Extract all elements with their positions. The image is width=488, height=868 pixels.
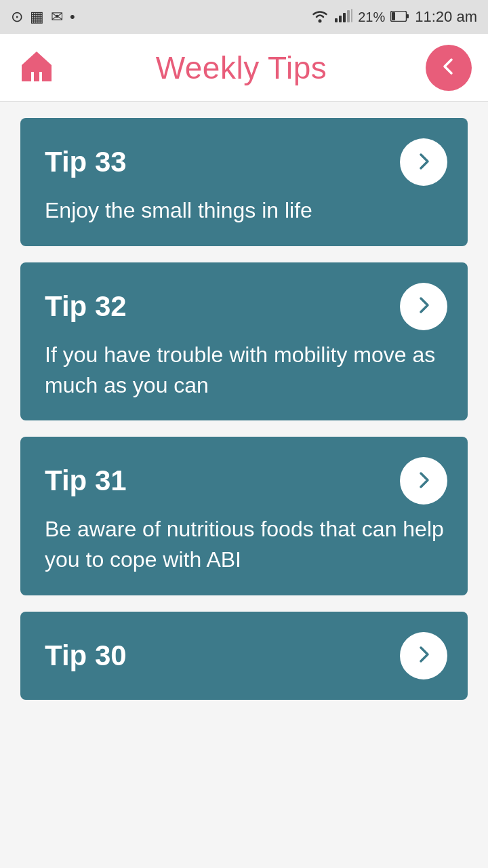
android-icon: ⊙: [11, 8, 23, 26]
tip-32-description: If you have trouble with mobility move a…: [45, 340, 447, 401]
battery-percentage: 21%: [358, 9, 385, 25]
tip-card-31[interactable]: Tip 31 Be aware of nutritious foods that…: [20, 437, 468, 595]
tip-33-description: Enjoy the small things in life: [45, 195, 447, 226]
home-button[interactable]: [16, 46, 57, 89]
tip-31-title: Tip 31: [45, 465, 127, 497]
tip-31-description: Be aware of nutritious foods that can he…: [45, 514, 447, 575]
right-arrow-icon: [411, 149, 436, 176]
tip-card-33[interactable]: Tip 33 Enjoy the small things in life: [20, 118, 468, 246]
wifi-icon: [310, 8, 329, 26]
time-display: 11:20 am: [415, 8, 477, 26]
tip-card-32[interactable]: Tip 32 If you have trouble with mobility…: [20, 262, 468, 421]
svg-rect-3: [343, 13, 346, 22]
svg-rect-1: [335, 18, 338, 22]
svg-rect-2: [339, 16, 342, 22]
tips-list: Tip 33 Enjoy the small things in life Ti…: [0, 102, 488, 716]
tip-33-title: Tip 33: [45, 146, 127, 178]
tip-30-title: Tip 30: [45, 639, 127, 672]
svg-point-0: [319, 19, 322, 22]
svg-rect-9: [34, 72, 39, 81]
tip-30-arrow-button[interactable]: [400, 632, 447, 679]
tip-card-33-header: Tip 33: [45, 138, 447, 186]
battery-icon: [390, 9, 409, 25]
status-bar: ⊙ ▦ ✉ • 21%: [0, 0, 488, 34]
dot-icon: •: [70, 8, 75, 26]
right-arrow-icon: [411, 642, 436, 669]
tip-card-31-header: Tip 31: [45, 457, 447, 505]
svg-rect-5: [351, 9, 352, 22]
tip-32-arrow-button[interactable]: [400, 283, 447, 330]
tip-card-30[interactable]: Tip 30: [20, 612, 468, 700]
right-arrow-icon: [411, 468, 436, 494]
page-title: Weekly Tips: [156, 50, 327, 86]
gmail-icon: ✉: [51, 8, 63, 26]
svg-rect-4: [347, 10, 350, 22]
tip-31-arrow-button[interactable]: [400, 457, 447, 505]
home-icon: [16, 46, 57, 89]
status-bar-right: 21% 11:20 am: [310, 8, 477, 26]
signal-icon: [335, 9, 352, 26]
back-button[interactable]: [426, 45, 472, 91]
right-arrow-icon: [411, 293, 436, 319]
image-icon: ▦: [30, 8, 44, 26]
tip-33-arrow-button[interactable]: [400, 138, 447, 186]
tip-32-title: Tip 32: [45, 290, 127, 323]
svg-rect-7: [392, 12, 395, 20]
app-header: Weekly Tips: [0, 34, 488, 102]
status-bar-left: ⊙ ▦ ✉ •: [11, 8, 75, 26]
svg-rect-8: [407, 14, 409, 18]
tip-card-30-header: Tip 30: [45, 632, 447, 679]
tip-card-32-header: Tip 32: [45, 283, 447, 330]
back-arrow-icon: [436, 54, 461, 81]
